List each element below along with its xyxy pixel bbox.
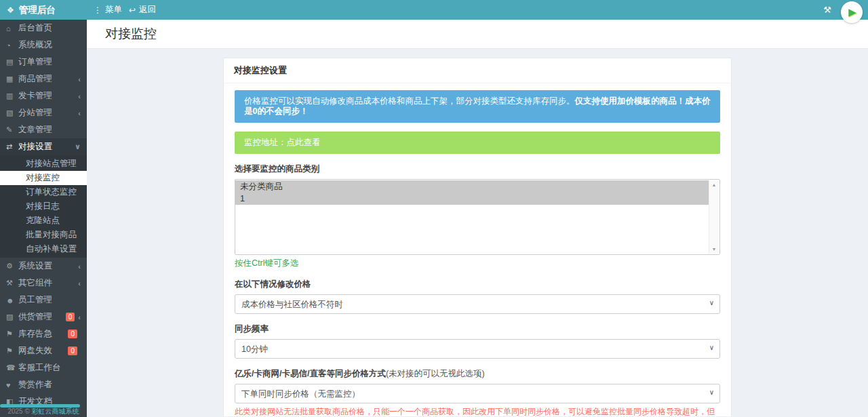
method-note: 此类对接网站无法批量获取商品价格，只能一个一个商品获取，因此改用下单同时同步价格… [235,407,720,416]
alert-text: 价格监控可以实现自动修改商品成本价格和商品上下架，部分对接类型还支持库存同步。 [244,96,575,106]
monitor-address-label: 监控地址： [244,138,287,147]
sidebar-item-system-settings[interactable]: ⚙ 系统设置 ‹ [0,258,87,275]
method-label-bold: 亿乐/卡商网/卡易信/直客等同步价格方式 [235,369,386,378]
menu-icon: ⋮ [94,5,102,15]
back-label: 返回 [139,4,156,16]
submenu-item-docking-sites[interactable]: 对接站点管理 [0,157,87,171]
sync-frequency-select[interactable]: 10分钟 [235,339,720,359]
submenu-item-order-status-monitor[interactable]: 订单状态监控 [0,185,87,199]
price-condition-select[interactable]: 成本价格与社区价格不符时 [235,294,720,314]
sidebar-item-label: 员工管理 [18,294,81,306]
gear-icon: ⚙ [6,262,18,271]
category-multiselect[interactable]: 未分类商品 1 ▲ ▼ [235,179,720,255]
table-icon: ▥ [6,92,18,100]
tools-icon: ⚒ [6,279,18,287]
play-icon: ▶ [848,6,856,18]
sidebar-item-label: 系统概况 [18,39,81,51]
sidebar-item-orders[interactable]: ▤ 订单管理 [0,54,87,71]
price-sync-method-select[interactable]: 下单同时同步价格（无需监控） [235,384,720,403]
chevron-down-icon: ∨ [75,142,81,151]
category-option[interactable]: 1 [235,193,709,205]
sidebar-item-label: 文章管理 [18,124,81,136]
submenu-item-docking-monitor[interactable]: 对接监控 [0,171,87,185]
sidebar-item-label: 订单管理 [18,56,81,68]
headset-icon: ☎ [6,363,18,372]
sidebar-item-supply[interactable]: ▨ 供货管理 0 ‹ [0,309,87,325]
brand-icon: ❖ [7,5,14,15]
scroll-down-icon[interactable]: ▼ [709,247,719,252]
sidebar-item-products[interactable]: ▦ 商品管理 ‹ [0,71,87,87]
count-badge: 0 [66,313,75,321]
sidebar: ⌂ 后台首页 ◔ 系统概况 ▤ 订单管理 ▦ 商品管理 ‹ ▥ 发卡管理 ‹ ▧… [0,20,87,417]
chevron-left-icon: ‹ [78,262,81,271]
menu-toggle-button[interactable]: ⋮ 菜单 [94,4,122,16]
heart-icon: ♥ [6,381,18,389]
wrench-icon[interactable]: ⚒ [823,5,831,15]
category-label: 选择要监控的商品类别 [235,163,720,175]
content-area: 对接监控设置 价格监控可以实现自动修改商品成本价格和商品上下架，部分对接类型还支… [87,49,868,416]
page-header: 对接监控 [87,20,868,49]
count-badge: 0 [68,346,77,355]
sidebar-item-label: 库存告急 [18,328,64,340]
price-sync-method-label: 亿乐/卡商网/卡易信/直客等同步价格方式(未对接的可以无视此选项) [235,368,720,380]
page-title: 对接监控 [105,25,157,43]
list-icon: ▤ [6,58,18,66]
sidebar-item-overview[interactable]: ◔ 系统概况 [0,37,87,54]
sidebar-item-label: 商品管理 [18,73,78,85]
pencil-icon: ✎ [6,125,18,134]
supply-icon: ▨ [6,313,18,321]
scroll-up-icon[interactable]: ▲ [709,182,719,187]
sidebar-item-other-components[interactable]: ⚒ 其它组件 ‹ [0,275,87,292]
system-link[interactable]: 彩虹云商城系统 [32,408,79,415]
sidebar-item-docking-settings[interactable]: ⇄ 对接设置 ∨ [0,138,87,155]
price-condition-select-wrap: 成本价格与社区价格不符时 ∨ [235,294,720,314]
sidebar-item-label: 发卡管理 [18,90,78,102]
sidebar-item-label: 供货管理 [18,311,62,323]
sidebar-item-articles[interactable]: ✎ 文章管理 [0,121,87,138]
sidebar-item-stock-alert[interactable]: ⚑ 库存告急 0 [0,325,87,342]
submenu-item-auto-reorder[interactable]: 自动补单设置 [0,242,87,256]
method-label-normal: (未对接的可以无视此选项) [386,369,485,378]
top-bar: ❖ 管理后台 ⋮ 菜单 ↩ 返回 ⚒ ▶ [0,0,868,20]
sidebar-footer: 2025 © 彩虹云商城系统 [0,407,87,416]
sidebar-item-label: 赞赏作者 [18,379,81,391]
sidebar-item-label: 分站管理 [18,107,78,119]
exchange-icon: ⇄ [6,142,18,151]
chevron-left-icon: ‹ [78,313,81,321]
multiselect-hint: 按住Ctrl键可多选 [235,258,720,269]
sidebar-item-label: 客服工作台 [18,362,81,374]
view-monitor-link[interactable]: 点此查看 [287,138,321,147]
sidebar-item-label: 其它组件 [18,277,78,289]
back-button[interactable]: ↩ 返回 [129,4,156,16]
sync-frequency-select-wrap: 10分钟 ∨ [235,339,720,359]
docking-monitor-card: 对接监控设置 价格监控可以实现自动修改商品成本价格和商品上下架，部分对接类型还支… [223,58,732,416]
sidebar-item-label: 网盘失效 [18,345,64,357]
sidebar-item-netdisk-invalid[interactable]: ⚑ 网盘失效 0 [0,342,87,359]
brand-label: 管理后台 [19,4,56,16]
sidebar-item-home[interactable]: ⌂ 后台首页 [0,20,87,37]
submenu-item-batch-docking[interactable]: 批量对接商品 [0,228,87,242]
sidebar-item-label: 对接设置 [18,141,75,153]
user-icon: ☻ [6,296,18,304]
chevron-left-icon: ‹ [78,92,81,100]
sidebar-item-label: 后台首页 [18,22,81,34]
sidebar-item-service-workbench[interactable]: ☎ 客服工作台 [0,359,87,376]
home-icon: ⌂ [6,24,18,33]
listbox-scrollbar[interactable]: ▲ ▼ [709,180,719,254]
sidebar-item-donate[interactable]: ♥ 赞赏作者 [0,376,87,393]
count-badge: 0 [68,330,77,338]
category-option[interactable]: 未分类商品 [235,180,709,193]
submenu-item-docking-logs[interactable]: 对接日志 [0,199,87,214]
sidebar-item-substations[interactable]: ▧ 分站管理 ‹ [0,104,87,121]
price-sync-method-select-wrap: 下单同时同步价格（无需监控） ∨ [235,384,720,403]
submenu-item-clone-site[interactable]: 克隆站点 [0,214,87,228]
sidebar-item-staff[interactable]: ☻ 员工管理 [0,292,87,309]
brand[interactable]: ❖ 管理后台 [0,4,87,16]
sidebar-item-card-issuing[interactable]: ▥ 发卡管理 ‹ [0,87,87,104]
app-logo[interactable]: ▶ [841,1,863,23]
chevron-left-icon: ‹ [78,279,81,287]
card-title: 对接监控设置 [224,58,731,83]
menu-label: 菜单 [105,4,122,16]
copyright-text: 2025 © [7,408,29,415]
megaphone-icon: ⚑ [6,346,18,355]
